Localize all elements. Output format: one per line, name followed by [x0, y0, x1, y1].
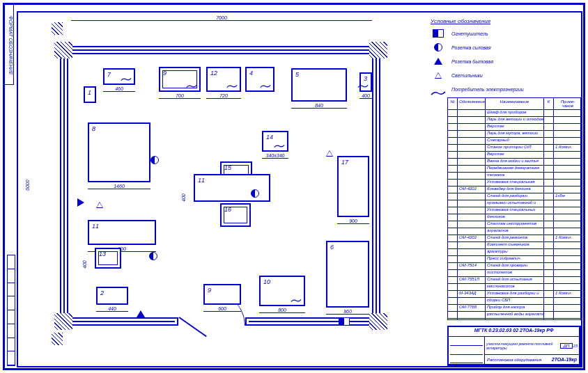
equipment-13: 13: [95, 248, 121, 269]
equipment-16: 16: [220, 203, 251, 227]
power-consumer-icon: [226, 84, 238, 88]
spec-row: агрегатов: [448, 228, 580, 235]
spec-row: Ванна для мойки и мытья: [448, 159, 580, 166]
light-fixture-icon: [326, 150, 333, 157]
spec-row: маслонасосов: [448, 284, 580, 291]
spec-row: пистолетов: [448, 270, 580, 277]
equipment-number: 17: [341, 159, 348, 166]
spec-row: арматуры: [448, 249, 580, 256]
equipment-number: 3: [364, 75, 367, 82]
power-consumer-icon: [121, 77, 132, 81]
spec-row: Стеллаж инструментов: [448, 221, 580, 228]
dim-overall-left: 6000: [25, 60, 30, 310]
equipment-3: 3: [359, 72, 372, 92]
equipment-number: 10: [263, 278, 270, 285]
equipment-number: 14: [266, 134, 273, 141]
floor-symbol: [326, 150, 333, 157]
equipment-number: 9: [163, 70, 167, 77]
floor-symbol: [149, 252, 157, 260]
drawing-code: МГТК 0.23.02.03 02 2ТОА-19кр РФ: [449, 327, 580, 337]
break-mark: [52, 22, 63, 35]
specification-table: № Обозначение Наименование К Приме-чание…: [447, 97, 581, 320]
spec-row: бензинов: [448, 214, 580, 221]
legend-row: Потребитель электроэнергии: [431, 84, 577, 94]
equipment-number: 11: [198, 177, 205, 184]
legend-row: Светильники: [431, 70, 577, 80]
spec-row: ОМ-7514Стенд для проверки: [448, 263, 580, 270]
equipment-5: 5: [291, 68, 347, 102]
dim-label: 600: [203, 306, 241, 312]
wall-top: [60, 46, 380, 54]
dim-label: 840: [291, 103, 347, 109]
equipment-11: 11: [194, 174, 270, 202]
power-consumer-icon: [357, 84, 369, 88]
power-socket-icon: [251, 189, 259, 198]
equipment-number: 1: [88, 89, 91, 96]
legend-label: Светильники: [451, 73, 483, 78]
legend: Условные обозначения ОгнетушительРозетка…: [431, 18, 577, 98]
spec-row: тележка: [448, 173, 580, 180]
spec-row: распыленной воды агрегата: [448, 312, 580, 319]
power-socket-icon: [149, 252, 157, 260]
spec-row: промывки испытанной и: [448, 200, 580, 207]
equipment-8: 8: [88, 122, 150, 182]
equipment-4: 4: [245, 67, 274, 92]
spec-row: Ларь для мусора, ветоши: [448, 131, 580, 138]
pilaster: [369, 313, 387, 330]
dim-label: 800: [259, 308, 305, 313]
socket-domestic-icon: [137, 310, 145, 317]
dim-label: 700: [159, 93, 201, 99]
dim-label: 1460: [88, 184, 150, 189]
pilaster: [369, 42, 387, 58]
title-block: МГТК 0.23.02.03 02 2ТОА-19кр РФ участка …: [447, 326, 581, 366]
spec-row: ОМ-4202Стенд для ремонта1 Компл.: [448, 235, 580, 242]
spec-row: Комплект съемников: [448, 242, 580, 249]
legend-row: Розетка бытовая: [431, 56, 577, 66]
equipment-number: 8: [92, 125, 95, 132]
equipment-17: 17: [337, 156, 369, 217]
equipment-1: 1: [84, 86, 96, 103]
pilaster: [54, 42, 72, 58]
equipment-number: 15: [224, 164, 231, 171]
equipment-number: 5: [295, 71, 299, 78]
dim-label: 960: [326, 309, 369, 315]
wall-bottom-left: [60, 317, 178, 326]
dim-label: 400: [181, 174, 186, 202]
fire-extinguisher-icon: [339, 317, 350, 326]
spec-row: Установка специальных: [448, 207, 580, 214]
floor-symbol: [251, 189, 259, 198]
spec-row: СДУ-7002Прибор для проверки: [448, 319, 580, 319]
left-margin-cells: [7, 255, 15, 366]
equipment-9: 9: [159, 67, 201, 92]
equipment-number: 4: [249, 70, 253, 77]
equipment-2: 2: [96, 287, 128, 305]
equipment-number: 16: [224, 206, 231, 213]
spec-row: ОМ-4202Конвейер для бензина: [448, 186, 580, 193]
socket-domestic-icon: [77, 198, 84, 207]
spec-row: ОМ-7768Прибор для напора: [448, 305, 580, 312]
equipment-9b: 9: [203, 284, 241, 305]
power-consumer-icon: [431, 86, 446, 92]
spec-row: Установка специальная: [448, 180, 580, 186]
tb-bl: [449, 355, 485, 365]
tb-desc: участка текущего ремонта топливной аппар…: [485, 337, 580, 355]
light-fixture-icon: [435, 72, 442, 79]
floor-symbol: [96, 202, 103, 208]
spec-row: Верстак: [448, 152, 580, 159]
spec-row: Ларь для ветоши и отходов: [448, 117, 580, 124]
floor-plan: 7000 6000 174609700127204584034008146014…: [26, 18, 417, 345]
legend-label: Розетка бытовая: [451, 59, 493, 64]
equipment-10: 10: [259, 276, 305, 306]
socket-domestic-icon: [434, 58, 442, 65]
wall-left: [60, 46, 68, 326]
spec-row: Передвижная домкратная: [448, 166, 580, 173]
spec-row: Станок притирки О/Л1 Компл.: [448, 145, 580, 152]
equipment-number: 9: [208, 287, 211, 294]
equipment-14: 14: [262, 131, 288, 152]
spec-row: М-3434ДУстановка для разборки и1 Компл.: [448, 291, 580, 298]
dim-label: 900: [337, 219, 369, 224]
dim-label: 720: [206, 93, 241, 99]
fire-extinguisher-icon: [433, 29, 444, 38]
spec-row: Шкаф для приборов: [448, 110, 580, 117]
dim-label: 460: [103, 86, 135, 92]
